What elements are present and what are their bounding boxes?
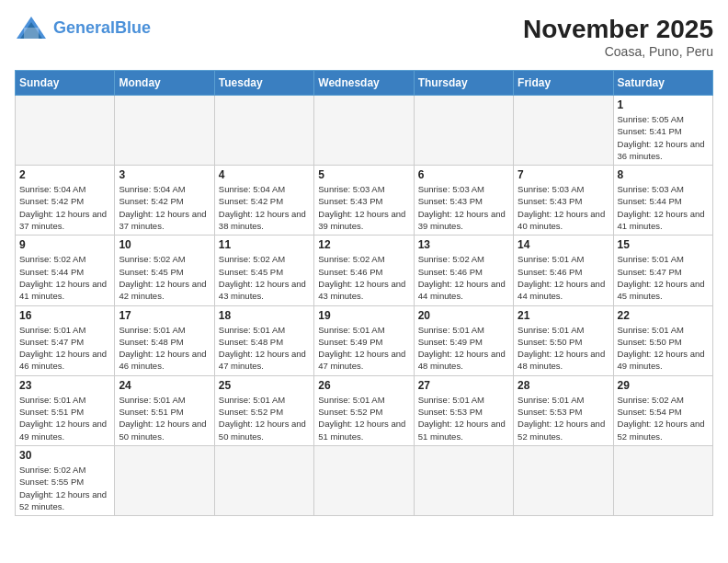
calendar: SundayMondayTuesdayWednesdayThursdayFrid… [15,70,713,516]
day-number: 8 [618,168,709,181]
day-info: Sunrise: 5:02 AM Sunset: 5:46 PM Dayligh… [418,253,509,302]
calendar-cell [214,445,313,515]
calendar-cell: 27Sunrise: 5:01 AM Sunset: 5:53 PM Dayli… [414,375,513,445]
logo: GeneralBlue [15,15,151,40]
day-number: 22 [618,309,709,322]
weekday-header: Friday [514,71,613,96]
day-number: 17 [119,309,210,322]
logo-text: GeneralBlue [53,18,151,38]
day-info: Sunrise: 5:01 AM Sunset: 5:53 PM Dayligh… [518,394,609,442]
calendar-cell [414,445,513,515]
day-info: Sunrise: 5:01 AM Sunset: 5:51 PM Dayligh… [19,394,110,442]
logo-icon [15,15,48,40]
calendar-cell: 3Sunrise: 5:04 AM Sunset: 5:42 PM Daylig… [115,166,214,236]
calendar-cell: 8Sunrise: 5:03 AM Sunset: 5:44 PM Daylig… [613,166,712,236]
calendar-cell: 6Sunrise: 5:03 AM Sunset: 5:43 PM Daylig… [414,166,513,236]
day-number: 6 [418,168,509,181]
title-block: November 2025 Coasa, Puno, Peru [523,15,713,59]
day-info: Sunrise: 5:01 AM Sunset: 5:51 PM Dayligh… [119,394,210,442]
weekday-header: Thursday [414,71,513,96]
svg-rect-2 [24,28,39,39]
calendar-cell: 9Sunrise: 5:02 AM Sunset: 5:44 PM Daylig… [16,236,115,305]
calendar-cell: 18Sunrise: 5:01 AM Sunset: 5:48 PM Dayli… [214,305,313,375]
day-number: 24 [119,379,210,392]
weekday-header: Sunday [16,71,115,96]
day-number: 15 [618,238,709,251]
calendar-cell: 7Sunrise: 5:03 AM Sunset: 5:43 PM Daylig… [514,166,613,236]
calendar-cell: 23Sunrise: 5:01 AM Sunset: 5:51 PM Dayli… [16,375,115,445]
calendar-cell: 11Sunrise: 5:02 AM Sunset: 5:45 PM Dayli… [214,236,313,305]
day-info: Sunrise: 5:01 AM Sunset: 5:49 PM Dayligh… [418,324,509,373]
day-number: 29 [618,379,709,392]
location: Coasa, Puno, Peru [523,44,713,59]
calendar-cell: 13Sunrise: 5:02 AM Sunset: 5:46 PM Dayli… [414,236,513,305]
day-number: 30 [19,449,110,462]
day-info: Sunrise: 5:02 AM Sunset: 5:45 PM Dayligh… [119,253,210,302]
day-number: 7 [518,168,609,181]
day-number: 4 [219,168,310,181]
day-number: 5 [318,168,409,181]
month-year: November 2025 [523,15,713,44]
day-info: Sunrise: 5:03 AM Sunset: 5:43 PM Dayligh… [418,183,509,232]
day-number: 27 [418,379,509,392]
day-number: 9 [19,238,110,251]
day-number: 16 [19,309,110,322]
day-info: Sunrise: 5:02 AM Sunset: 5:46 PM Dayligh… [318,253,409,302]
day-info: Sunrise: 5:04 AM Sunset: 5:42 PM Dayligh… [19,183,110,232]
day-info: Sunrise: 5:01 AM Sunset: 5:46 PM Dayligh… [518,253,609,302]
day-info: Sunrise: 5:01 AM Sunset: 5:50 PM Dayligh… [618,324,709,373]
day-number: 23 [19,379,110,392]
calendar-cell: 30Sunrise: 5:02 AM Sunset: 5:55 PM Dayli… [16,445,115,515]
day-info: Sunrise: 5:01 AM Sunset: 5:53 PM Dayligh… [418,394,509,442]
day-number: 11 [219,238,310,251]
calendar-cell: 28Sunrise: 5:01 AM Sunset: 5:53 PM Dayli… [514,375,613,445]
day-number: 14 [518,238,609,251]
calendar-cell: 21Sunrise: 5:01 AM Sunset: 5:50 PM Dayli… [514,305,613,375]
day-info: Sunrise: 5:01 AM Sunset: 5:50 PM Dayligh… [518,324,609,373]
calendar-cell: 16Sunrise: 5:01 AM Sunset: 5:47 PM Dayli… [16,305,115,375]
calendar-cell: 19Sunrise: 5:01 AM Sunset: 5:49 PM Dayli… [314,305,414,375]
day-info: Sunrise: 5:01 AM Sunset: 5:48 PM Dayligh… [119,324,210,373]
weekday-header: Tuesday [214,71,313,96]
day-number: 21 [518,309,609,322]
logo-general: General [53,18,115,37]
day-info: Sunrise: 5:04 AM Sunset: 5:42 PM Dayligh… [119,183,210,232]
day-info: Sunrise: 5:02 AM Sunset: 5:45 PM Dayligh… [219,253,310,302]
calendar-cell [214,96,313,166]
day-number: 19 [318,309,409,322]
day-number: 3 [119,168,210,181]
calendar-cell [414,96,513,166]
day-number: 18 [219,309,310,322]
calendar-cell [314,445,414,515]
calendar-cell: 25Sunrise: 5:01 AM Sunset: 5:52 PM Dayli… [214,375,313,445]
weekday-header: Wednesday [314,71,414,96]
day-info: Sunrise: 5:01 AM Sunset: 5:49 PM Dayligh… [318,324,409,373]
calendar-cell: 20Sunrise: 5:01 AM Sunset: 5:49 PM Dayli… [414,305,513,375]
day-info: Sunrise: 5:02 AM Sunset: 5:54 PM Dayligh… [618,394,709,442]
calendar-cell [115,96,214,166]
day-number: 20 [418,309,509,322]
day-info: Sunrise: 5:01 AM Sunset: 5:52 PM Dayligh… [219,394,310,442]
calendar-cell: 4Sunrise: 5:04 AM Sunset: 5:42 PM Daylig… [214,166,313,236]
day-info: Sunrise: 5:01 AM Sunset: 5:47 PM Dayligh… [19,324,110,373]
day-info: Sunrise: 5:04 AM Sunset: 5:42 PM Dayligh… [219,183,310,232]
calendar-cell [613,445,712,515]
calendar-cell [314,96,414,166]
day-info: Sunrise: 5:01 AM Sunset: 5:47 PM Dayligh… [618,253,709,302]
day-info: Sunrise: 5:03 AM Sunset: 5:44 PM Dayligh… [618,183,709,232]
day-info: Sunrise: 5:01 AM Sunset: 5:48 PM Dayligh… [219,324,310,373]
day-info: Sunrise: 5:03 AM Sunset: 5:43 PM Dayligh… [518,183,609,232]
calendar-cell: 12Sunrise: 5:02 AM Sunset: 5:46 PM Dayli… [314,236,414,305]
calendar-cell [514,96,613,166]
calendar-cell [115,445,214,515]
calendar-cell: 2Sunrise: 5:04 AM Sunset: 5:42 PM Daylig… [16,166,115,236]
calendar-cell: 17Sunrise: 5:01 AM Sunset: 5:48 PM Dayli… [115,305,214,375]
day-number: 10 [119,238,210,251]
calendar-cell [514,445,613,515]
calendar-cell [16,96,115,166]
day-number: 12 [318,238,409,251]
day-info: Sunrise: 5:03 AM Sunset: 5:43 PM Dayligh… [318,183,409,232]
day-number: 28 [518,379,609,392]
weekday-header: Monday [115,71,214,96]
day-number: 1 [618,98,709,111]
